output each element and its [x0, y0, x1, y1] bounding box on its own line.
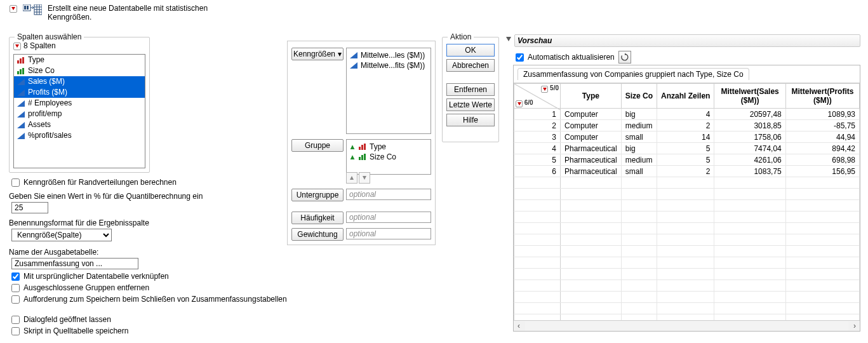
column-item[interactable]: Size Co [14, 65, 145, 76]
marginal-stats-checkbox[interactable] [11, 178, 20, 187]
weight-role-box[interactable]: optional [346, 228, 431, 239]
preview-title: Vorschau [514, 34, 860, 47]
cell-profits: 1089,93 [785, 109, 859, 120]
table-row-empty [514, 212, 860, 223]
dropdown-icon: ▾ [338, 50, 342, 58]
cell-type: Computer [561, 120, 622, 131]
role-item[interactable]: ▴Size Co [349, 152, 428, 162]
table-row[interactable]: 5Pharmaceuticalmedium54261,06698,98 [514, 154, 860, 166]
table-row[interactable]: 2Computermedium23018,85-85,75 [514, 120, 860, 131]
weight-role-button[interactable]: Gewichtung [291, 228, 344, 241]
svg-marker-24 [350, 62, 357, 69]
preview-data-grid[interactable]: 5/0 6/0 Type Size Co Anzahl Zeilen Mitte… [514, 83, 860, 320]
actions-group: Aktion OK Abbrechen Entfernen Letzte Wer… [442, 37, 499, 142]
ok-button[interactable]: OK [446, 44, 495, 57]
role-item[interactable]: Mittelwe...fits ($M)) [349, 60, 428, 71]
marginal-stats-label: Kenngrößen für Randverteilungen berechne… [23, 178, 177, 187]
link-original-label: Mit ursprünglicher Datentabelle verknüpf… [23, 272, 169, 281]
output-name-input[interactable] [11, 258, 138, 269]
table-row-empty [514, 257, 860, 269]
help-button[interactable]: Hilfe [446, 114, 495, 126]
column-label: Assets [28, 120, 51, 130]
table-row-empty [514, 314, 860, 321]
cell-type: Pharmaceutical [561, 154, 622, 166]
role-item[interactable]: Mittelwe...les ($M)) [349, 50, 428, 60]
table-row-empty [514, 303, 860, 314]
save-prompt-checkbox[interactable] [11, 295, 20, 304]
statistics-role-button[interactable]: Kenngrößen▾ [291, 48, 344, 60]
subgroup-role-box[interactable]: optional [346, 189, 431, 200]
group-role-box[interactable]: ▴Type▴Size Co [346, 139, 431, 175]
role-item[interactable]: ▴Type [349, 142, 428, 152]
menu-disclosure-icon[interactable] [10, 5, 17, 13]
recall-button[interactable]: Letzte Werte [446, 98, 495, 111]
auto-refresh-checkbox[interactable] [516, 53, 524, 62]
column-label: Sales ($M) [28, 77, 65, 86]
column-item[interactable]: profit/emp [14, 109, 145, 119]
link-original-checkbox[interactable] [11, 272, 20, 281]
quantile-input[interactable] [11, 202, 48, 213]
col-header[interactable]: Anzahl Zeilen [657, 84, 714, 109]
save-script-label: Skript in Quelltabelle speichern [23, 326, 128, 335]
naming-format-select[interactable]: Kenngröße(Spalte) [11, 229, 112, 241]
sort-descending-button[interactable] [359, 172, 370, 184]
group-marker-icon: ▴ [349, 142, 356, 151]
cell-size: big [621, 143, 657, 154]
scroll-left-icon[interactable]: ‹ [514, 321, 524, 330]
table-row[interactable]: 1Computerbig420597,481089,93 [514, 109, 860, 120]
svg-rect-29 [361, 155, 363, 160]
refresh-button[interactable] [618, 51, 631, 64]
freq-role-box[interactable]: optional [346, 212, 431, 223]
col-header[interactable]: Type [561, 84, 622, 109]
statistics-role-box[interactable]: Mittelwe...les ($M))Mittelwe...fits ($M)… [346, 48, 431, 134]
group-role-button[interactable]: Gruppe [291, 139, 344, 152]
naming-format-label: Benennungsformat für die Ergebnisspalte [9, 219, 149, 227]
scroll-right-icon[interactable]: › [850, 321, 860, 330]
cell-size: small [621, 166, 657, 177]
remove-button[interactable]: Entfernen [446, 83, 495, 96]
column-item[interactable]: Assets [14, 119, 145, 130]
cancel-button[interactable]: Abbrechen [446, 59, 495, 72]
table-row[interactable]: 6Pharmaceuticalsmall21083,75156,95 [514, 166, 860, 177]
svg-rect-16 [22, 68, 24, 74]
column-item[interactable]: Sales ($M) [14, 76, 145, 87]
summary-table-icon [22, 4, 43, 20]
col-header[interactable]: Size Co [621, 84, 657, 109]
cell-profits: 44,94 [785, 131, 859, 143]
svg-marker-19 [17, 100, 25, 107]
svg-marker-32 [363, 176, 366, 180]
row-number: 4 [514, 143, 561, 154]
column-label: profit/emp [28, 109, 62, 119]
svg-rect-11 [17, 60, 19, 64]
column-item[interactable]: Type [14, 55, 145, 65]
table-row[interactable]: 3Computersmall141758,0644,94 [514, 131, 860, 143]
table-row[interactable]: 4Pharmaceuticalbig57474,04894,42 [514, 143, 860, 154]
column-item[interactable]: Profits ($M) [14, 87, 145, 98]
keep-dialog-checkbox[interactable] [11, 316, 20, 324]
save-script-checkbox[interactable] [11, 327, 20, 335]
sort-ascending-button[interactable] [346, 172, 357, 184]
auto-refresh-label: Automatisch aktualisieren [528, 53, 615, 62]
table-row-empty [514, 200, 860, 212]
table-row-empty [514, 234, 860, 246]
cell-count: 5 [657, 143, 714, 154]
col-header[interactable]: Mittelwert(Profits ($M)) [785, 84, 859, 109]
freq-role-button[interactable]: Häufigkeit [291, 212, 344, 224]
svg-marker-37 [517, 102, 521, 105]
subgroup-role-button[interactable]: Untergruppe [291, 189, 344, 201]
columns-list[interactable]: TypeSize CoSales ($M)Profits ($M)# Emplo… [13, 54, 145, 168]
svg-rect-26 [361, 145, 363, 150]
remove-excluded-checkbox[interactable] [11, 284, 20, 292]
svg-rect-15 [20, 69, 22, 74]
svg-rect-28 [359, 157, 361, 160]
column-type-icon [17, 89, 25, 97]
column-item[interactable]: # Employees [14, 98, 145, 109]
col-header[interactable]: Mittelwert(Sales ($M)) [714, 84, 785, 109]
role-item-label: Mittelwe...les ($M)) [361, 51, 425, 60]
cell-size: medium [621, 154, 657, 166]
columns-menu-icon[interactable] [13, 43, 21, 50]
column-item[interactable]: %profit/sales [14, 130, 145, 141]
horizontal-scrollbar[interactable]: ‹ › [514, 320, 860, 331]
preview-disclosure-icon[interactable] [505, 36, 512, 43]
svg-marker-21 [17, 122, 25, 128]
